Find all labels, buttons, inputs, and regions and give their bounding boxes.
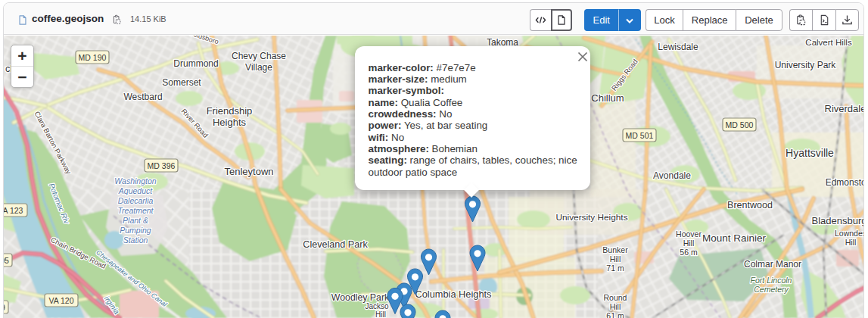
svg-text:Woodley Park: Woodley Park [331, 292, 390, 303]
svg-text:Lewisdale: Lewisdale [658, 42, 698, 52]
svg-text:MD 190: MD 190 [79, 53, 107, 62]
svg-text:Round: Round [604, 293, 627, 302]
svg-text:Village: Village [245, 62, 272, 73]
svg-text:Calvert Hills: Calvert Hills [805, 38, 852, 47]
svg-text:Fort Lincoln: Fort Lincoln [751, 276, 792, 285]
svg-text:Plant &: Plant & [123, 216, 148, 225]
svg-text:Brentwood: Brentwood [727, 200, 773, 210]
svg-text:A 123: A 123 [4, 206, 23, 215]
svg-text:Dalecarlia: Dalecarlia [118, 196, 154, 205]
svg-text:9: 9 [4, 303, 5, 312]
svg-text:Aqueduct: Aqueduct [118, 186, 153, 195]
svg-text:71 m: 71 m [606, 263, 624, 273]
svg-text:Columbia Heights: Columbia Heights [415, 288, 491, 300]
svg-text:Friendship: Friendship [207, 105, 253, 117]
svg-text:University Heights: University Heights [555, 212, 627, 223]
svg-text:Tenleytown: Tenleytown [224, 166, 273, 177]
svg-text:Drummond: Drummond [173, 58, 218, 69]
svg-text:Bunker: Bunker [602, 245, 628, 254]
svg-text:Cleveland Park: Cleveland Park [303, 239, 368, 250]
svg-text:Cemetery: Cemetery [754, 285, 789, 294]
svg-text:56 m: 56 m [680, 248, 698, 257]
svg-text:Hyattsville: Hyattsville [786, 147, 834, 159]
svg-text:Pumping: Pumping [120, 226, 151, 235]
svg-text:Chillum: Chillum [591, 92, 624, 104]
svg-text:Lowndes: Lowndes [835, 229, 864, 238]
svg-text:Hill: Hill [845, 238, 857, 247]
svg-text:VA 120: VA 120 [48, 296, 73, 305]
svg-text:Riverdale: Riverdale [825, 103, 864, 114]
svg-text:61 m: 61 m [606, 311, 624, 318]
svg-text:Somerset: Somerset [162, 77, 201, 88]
svg-text:MD 500: MD 500 [726, 120, 754, 129]
svg-text:Hoover: Hoover [676, 229, 702, 238]
svg-text:Bladensburg: Bladensburg [812, 215, 865, 226]
svg-text:Edmonston: Edmonston [826, 177, 864, 188]
svg-text:MD 501: MD 501 [626, 131, 654, 140]
svg-text:Hill: Hill [610, 302, 621, 311]
svg-text:Washington: Washington [114, 176, 156, 186]
svg-text:Hill: Hill [683, 238, 695, 248]
svg-text:Station: Station [123, 235, 148, 245]
svg-text:MD 396: MD 396 [148, 161, 176, 170]
svg-text:Heights: Heights [213, 117, 247, 128]
svg-text:Jackso: Jackso [365, 302, 389, 310]
svg-text:Colmar Manor: Colmar Manor [744, 259, 801, 270]
svg-text:Mount Rainier: Mount Rainier [702, 232, 767, 244]
svg-text:Hill: Hill [610, 254, 621, 263]
svg-text:Westbard: Westbard [123, 92, 162, 102]
svg-text:05: 05 [4, 256, 9, 265]
svg-text:Treatment: Treatment [117, 206, 154, 215]
svg-text:Avondale: Avondale [653, 170, 691, 181]
svg-text:University Park: University Park [775, 60, 837, 70]
svg-text:Hill: Hill [375, 310, 386, 318]
svg-text:Chevy Chase: Chevy Chase [232, 51, 286, 61]
